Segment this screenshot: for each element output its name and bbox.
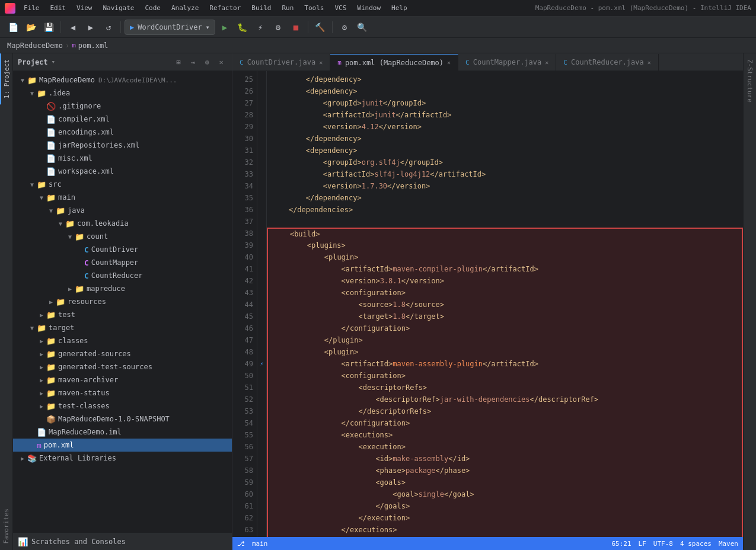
menu-refactor[interactable]: Refactor: [205, 3, 245, 13]
code-line[interactable]: </configuration>: [267, 322, 743, 334]
tab-countmapper[interactable]: C CountMapper.java ✕: [458, 54, 556, 71]
gear-icon[interactable]: ⚙: [201, 56, 213, 68]
code-line[interactable]: <plugin>: [267, 251, 743, 263]
code-line[interactable]: <configuration>: [267, 370, 743, 382]
vtab-structure[interactable]: Z-Structure: [744, 53, 756, 108]
menu-run[interactable]: Run: [277, 3, 298, 13]
scratches-and-consoles[interactable]: 📊 Scratches and Consoles: [13, 532, 232, 550]
gutter-line[interactable]: ⚡: [257, 358, 266, 370]
menu-analyze[interactable]: Analyze: [167, 3, 203, 13]
project-dropdown-icon[interactable]: ▾: [52, 58, 56, 66]
settings-button[interactable]: ⚙: [336, 19, 353, 36]
code-line[interactable]: <version>1.7.30</version>: [267, 180, 743, 192]
menu-edit[interactable]: Edit: [46, 3, 71, 13]
search-button[interactable]: 🔍: [354, 19, 371, 36]
code-line[interactable]: <target>1.8</target>: [267, 311, 743, 322]
tree-mapreduce[interactable]: ▶ 📁 mapreduce: [13, 282, 232, 295]
code-line[interactable]: </dependency>: [267, 192, 743, 204]
code-line[interactable]: <plugins>: [267, 239, 743, 251]
code-line[interactable]: <goals>: [267, 477, 743, 488]
tree-workspace-xml[interactable]: 📄 workspace.xml: [13, 165, 232, 178]
code-line[interactable]: <phase>package</phase>: [267, 465, 743, 477]
tree-src[interactable]: ▼ 📁 src: [13, 178, 232, 191]
tree-countmapper[interactable]: C CountMapper: [13, 256, 232, 269]
code-line[interactable]: </goals>: [267, 500, 743, 512]
tab-close-button[interactable]: ✕: [647, 59, 651, 66]
tree-misc-xml[interactable]: 📄 misc.xml: [13, 152, 232, 165]
save-button[interactable]: 💾: [40, 19, 57, 36]
breadcrumb-project[interactable]: MapReduceDemo: [7, 41, 63, 50]
code-line[interactable]: <groupId>org.slf4j</groupId>: [267, 156, 743, 168]
debug-button[interactable]: 🐛: [234, 19, 251, 36]
collapse-all-button[interactable]: ⊞: [173, 56, 184, 68]
menu-navigate[interactable]: Navigate: [98, 3, 139, 13]
tree-resources[interactable]: ▶ 📁 resources: [13, 295, 232, 308]
code-line[interactable]: <artifactId>slf4j-log4j12</artifactId>: [267, 168, 743, 180]
code-line[interactable]: <source>1.8</source>: [267, 299, 743, 311]
tree-classes[interactable]: ▶ 📁 classes: [13, 334, 232, 347]
tree-mapreducedemo-iml[interactable]: 📄 MapReduceDemo.iml: [13, 426, 232, 439]
code-line[interactable]: [267, 216, 743, 228]
code-line[interactable]: </dependencies>: [267, 204, 743, 216]
tree-encodings-xml[interactable]: 📄 encodings.xml: [13, 126, 232, 139]
code-line[interactable]: <descriptorRefs>: [267, 382, 743, 394]
tab-countdriver[interactable]: C CountDriver.java ✕: [232, 54, 330, 71]
code-line[interactable]: </execution>: [267, 512, 743, 524]
code-line[interactable]: </plugin>: [267, 334, 743, 346]
code-line[interactable]: </dependency>: [267, 73, 743, 85]
vtab-project[interactable]: 1: Project: [0, 53, 12, 104]
menu-help[interactable]: Help: [387, 3, 412, 13]
code-line[interactable]: <groupId>junit</groupId>: [267, 97, 743, 109]
revert-button[interactable]: ↺: [100, 19, 117, 36]
code-line[interactable]: <descriptorRef>jar-with-dependencies</de…: [267, 394, 743, 405]
tree-count[interactable]: ▼ 📁 count: [13, 230, 232, 243]
code-line[interactable]: <artifactId>junit</artifactId>: [267, 109, 743, 121]
tree-com-leokadia[interactable]: ▼ 📁 com.leokadia: [13, 217, 232, 230]
tree-target[interactable]: ▼ 📁 target: [13, 321, 232, 334]
coverage-button[interactable]: ⚡: [252, 19, 269, 36]
code-line[interactable]: <execution>: [267, 441, 743, 453]
tree-idea[interactable]: ▼ 📁 .idea: [13, 87, 232, 100]
code-line[interactable]: </executions>: [267, 524, 743, 536]
tree-countdriver[interactable]: C CountDriver: [13, 243, 232, 256]
menu-build[interactable]: Build: [247, 3, 276, 13]
menu-file[interactable]: File: [19, 3, 44, 13]
stop-button[interactable]: ■: [288, 19, 304, 36]
code-line[interactable]: <build>: [267, 228, 743, 239]
tree-external-libraries[interactable]: ▶ 📚 External Libraries: [13, 452, 232, 465]
code-line[interactable]: </configuration>: [267, 417, 743, 429]
tree-pom-xml[interactable]: m pom.xml: [13, 439, 232, 452]
run-config-button[interactable]: ⚙: [270, 19, 286, 36]
breadcrumb-file[interactable]: pom.xml: [78, 41, 109, 50]
tree-maven-archiver[interactable]: ▶ 📁 maven-archiver: [13, 373, 232, 386]
build-button[interactable]: 🔨: [312, 19, 328, 36]
tree-countreducer[interactable]: C CountReducer: [13, 269, 232, 282]
tree-test[interactable]: ▶ 📁 test: [13, 308, 232, 321]
code-line[interactable]: <dependency>: [267, 85, 743, 97]
tree-generated-sources[interactable]: ▶ 📁 generated-sources: [13, 347, 232, 360]
tab-close-button[interactable]: ✕: [319, 59, 323, 66]
tree-maven-status[interactable]: ▶ 📁 maven-status: [13, 386, 232, 399]
tree-jarrepos-xml[interactable]: 📄 jarRepositories.xml: [13, 139, 232, 152]
code-line[interactable]: <version>3.8.1</version>: [267, 275, 743, 287]
run-button[interactable]: ▶: [216, 19, 233, 36]
menu-tools[interactable]: Tools: [299, 3, 328, 13]
code-line[interactable]: </descriptorRefs>: [267, 405, 743, 417]
code-line[interactable]: <dependency>: [267, 145, 743, 156]
new-file-button[interactable]: 📄: [5, 19, 21, 36]
menu-vcs[interactable]: VCS: [330, 3, 351, 13]
open-button[interactable]: 📂: [23, 19, 39, 36]
close-panel-button[interactable]: ✕: [215, 56, 227, 68]
tree-compiler-xml[interactable]: 📄 compiler.xml: [13, 113, 232, 126]
code-line[interactable]: <goal>single</goal>: [267, 488, 743, 500]
menu-view[interactable]: View: [72, 3, 97, 13]
code-line[interactable]: <version>4.12</version>: [267, 121, 743, 133]
code-line[interactable]: <artifactId>maven-assembly-plugin</artif…: [267, 358, 743, 370]
tab-pom-xml[interactable]: m pom.xml (MapReduceDemo) ✕: [330, 54, 458, 71]
code-line[interactable]: <id>make-assembly</id>: [267, 453, 743, 465]
code-line[interactable]: <configuration>: [267, 287, 743, 299]
scroll-from-source-button[interactable]: ⇥: [187, 56, 199, 68]
code-line[interactable]: <artifactId>maven-compiler-plugin</artif…: [267, 263, 743, 275]
tree-java[interactable]: ▼ 📁 java: [13, 204, 232, 217]
back-button[interactable]: ◀: [65, 19, 81, 36]
